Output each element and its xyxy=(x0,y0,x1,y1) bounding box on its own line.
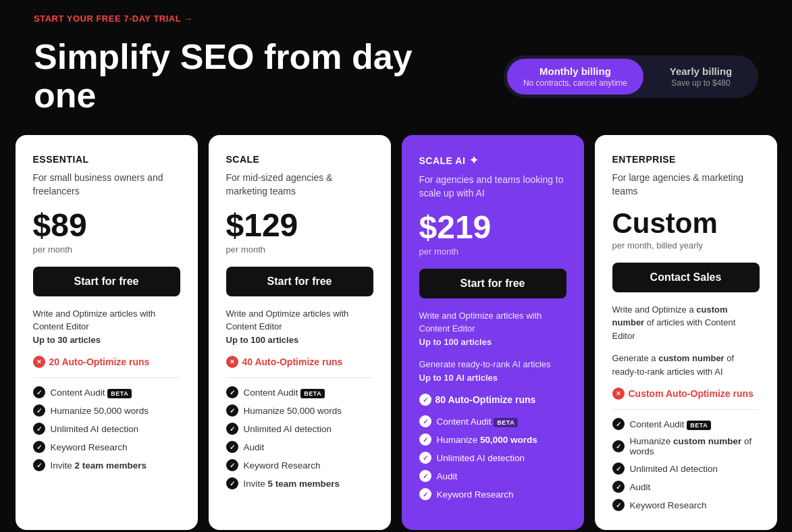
list-item: Invite 2 team members xyxy=(33,459,180,471)
enterprise-plan-price: Custom xyxy=(612,209,760,238)
check-icon xyxy=(226,477,238,489)
list-item: Content Audit BETA xyxy=(419,415,566,427)
scale-plan-desc: For mid-sized agencies & marketing teams xyxy=(226,171,373,198)
check-icon xyxy=(419,470,431,482)
essential-cta-button[interactable]: Start for free xyxy=(33,267,180,296)
scale-per-month: per month xyxy=(226,244,373,255)
check-icon xyxy=(419,452,431,464)
list-item: Audit xyxy=(419,470,566,482)
check-icon xyxy=(419,433,431,446)
essential-auto-optimize: 20 Auto-Optimize runs xyxy=(33,356,180,368)
scale-ai-cta-button[interactable]: Start for free xyxy=(419,269,566,298)
billing-toggle: Monthly billing No contracts, cancel any… xyxy=(504,55,758,98)
scale-plan-price: $129 xyxy=(226,209,373,242)
list-item: Audit xyxy=(612,481,760,493)
check-icon xyxy=(419,415,431,427)
list-item: Content Audit BETA xyxy=(226,386,373,398)
enterprise-features-intro: Write and Optimize a custom number of ar… xyxy=(612,303,760,343)
list-item: Audit xyxy=(226,441,373,453)
scale-ai-per-month: per month xyxy=(419,246,566,257)
plan-card-essential: ESSENTIAL For small business owners and … xyxy=(16,135,198,530)
list-item: Invite 5 team members xyxy=(226,477,373,489)
list-item: Keyword Research xyxy=(33,441,180,453)
check-icon xyxy=(612,499,625,511)
free-trial-link[interactable]: START YOUR FREE 7-DAY TRIAL → xyxy=(34,14,193,24)
plan-card-enterprise: ENTERPRISE For large agencies & marketin… xyxy=(595,135,777,530)
scale-ai-feature-list: Content Audit BETA Humanize 50,000 words… xyxy=(419,415,566,500)
scale-ai-auto-optimize: 80 Auto-Optimize runs xyxy=(419,394,566,406)
scale-ai-articles-intro: Generate ready-to-rank AI articles Up to… xyxy=(419,358,566,384)
enterprise-plan-desc: For large agencies & marketing teams xyxy=(612,171,760,198)
check-icon xyxy=(226,423,238,435)
beta-badge: BETA xyxy=(687,421,711,430)
monthly-billing-label: Monthly billing xyxy=(523,65,627,77)
scale-divider xyxy=(226,377,373,378)
list-item: Humanize custom number of words xyxy=(612,436,760,456)
enterprise-per-month: per month, billed yearly xyxy=(612,240,760,250)
list-item: Unlimited AI detection xyxy=(419,452,566,464)
essential-per-month: per month xyxy=(33,244,180,255)
check-icon xyxy=(33,423,45,435)
scale-ai-auto-optimize-icon xyxy=(419,394,431,406)
enterprise-cta-button[interactable]: Contact Sales xyxy=(612,263,760,292)
yearly-billing-sub: Save up to $480 xyxy=(663,78,739,88)
plan-card-scale: SCALE For mid-sized agencies & marketing… xyxy=(209,135,391,530)
scale-ai-features-intro: Write and Optimize articles with Content… xyxy=(419,309,566,349)
scale-ai-plan-price: $219 xyxy=(419,211,566,244)
enterprise-auto-optimize-icon xyxy=(612,388,625,400)
list-item: Humanize 50,000 words xyxy=(419,433,566,446)
essential-auto-optimize-icon xyxy=(33,356,45,368)
check-icon xyxy=(226,459,238,471)
check-icon xyxy=(612,440,625,452)
scale-ai-plan-name: SCALE AI ✦ xyxy=(419,154,566,167)
beta-badge: BETA xyxy=(494,418,518,427)
scale-plan-name: SCALE xyxy=(226,154,373,165)
monthly-billing-sub: No contracts, cancel anytime xyxy=(523,78,627,88)
check-icon xyxy=(612,418,625,430)
essential-feature-list: Content Audit BETA Humanize 50,000 words… xyxy=(33,386,180,471)
enterprise-ai-intro: Generate a custom number of ready-to-ran… xyxy=(612,352,760,378)
list-item: Unlimited AI detection xyxy=(226,423,373,435)
check-icon xyxy=(612,481,625,493)
check-icon xyxy=(612,462,625,475)
essential-divider xyxy=(33,377,180,378)
check-icon xyxy=(226,404,238,417)
scale-auto-optimize-icon xyxy=(226,356,238,368)
list-item: Humanize 50,000 words xyxy=(33,404,180,417)
scale-auto-optimize: 40 Auto-Optimize runs xyxy=(226,356,373,368)
sparkle-icon: ✦ xyxy=(469,154,479,167)
scale-ai-plan-desc: For agencies and teams looking to scale … xyxy=(419,174,566,200)
list-item: Unlimited AI detection xyxy=(33,423,180,435)
scale-features-intro: Write and Optimize articles with Content… xyxy=(226,307,373,347)
scale-feature-list: Content Audit BETA Humanize 50,000 words… xyxy=(226,386,373,489)
list-item: Unlimited AI detection xyxy=(612,462,760,475)
beta-badge: BETA xyxy=(107,389,132,398)
enterprise-auto-optimize: Custom Auto-Optimize runs xyxy=(612,388,760,400)
plans-container: ESSENTIAL For small business owners and … xyxy=(0,135,792,530)
list-item: Content Audit BETA xyxy=(33,386,180,398)
enterprise-feature-list: Content Audit BETA Humanize custom numbe… xyxy=(612,418,760,511)
essential-features-intro: Write and Optimize articles with Content… xyxy=(33,307,180,347)
list-item: Keyword Research xyxy=(226,459,373,471)
check-icon xyxy=(419,488,431,500)
enterprise-divider xyxy=(612,409,760,410)
page-headline: Simplify SEO from day one xyxy=(34,38,452,115)
check-icon xyxy=(226,441,238,453)
check-icon xyxy=(33,459,45,471)
beta-badge: BETA xyxy=(300,389,325,398)
check-icon xyxy=(33,404,45,417)
list-item: Content Audit BETA xyxy=(612,418,760,430)
check-icon xyxy=(33,441,45,453)
monthly-billing-option[interactable]: Monthly billing No contracts, cancel any… xyxy=(507,59,643,95)
plan-card-scale-ai: SCALE AI ✦ For agencies and teams lookin… xyxy=(402,135,584,530)
check-icon xyxy=(33,386,45,398)
list-item: Keyword Research xyxy=(612,499,760,511)
enterprise-plan-name: ENTERPRISE xyxy=(612,154,760,165)
yearly-billing-option[interactable]: Yearly billing Save up to $480 xyxy=(647,59,755,95)
essential-plan-price: $89 xyxy=(33,209,180,242)
essential-plan-desc: For small business owners and freelancer… xyxy=(33,171,180,198)
essential-plan-name: ESSENTIAL xyxy=(33,154,180,165)
list-item: Keyword Research xyxy=(419,488,566,500)
check-icon xyxy=(226,386,238,398)
scale-cta-button[interactable]: Start for free xyxy=(226,267,373,296)
